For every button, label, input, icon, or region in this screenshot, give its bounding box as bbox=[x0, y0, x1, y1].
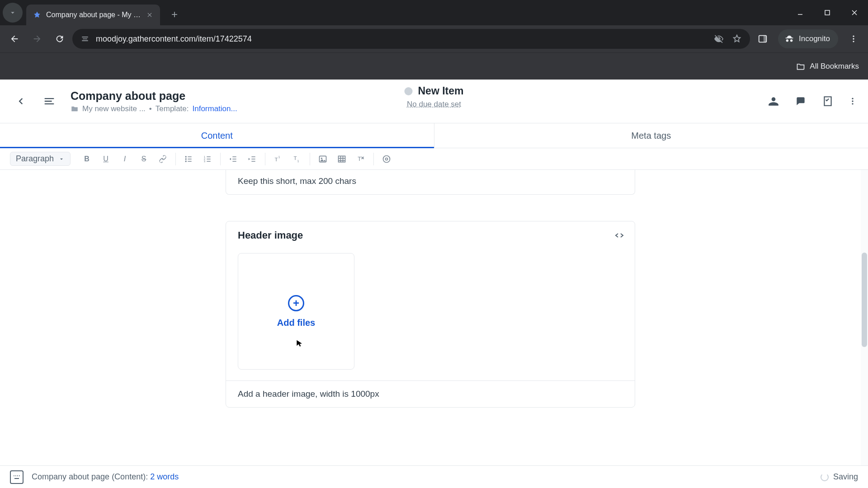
content-scrollbar[interactable] bbox=[861, 170, 868, 465]
svg-point-24 bbox=[386, 158, 388, 160]
svg-rect-2 bbox=[764, 36, 766, 42]
browser-tab-active[interactable]: Company about page - My ne… bbox=[26, 5, 160, 25]
svg-point-8 bbox=[852, 103, 853, 104]
nav-back-button[interactable] bbox=[5, 29, 24, 49]
svg-point-29 bbox=[19, 475, 20, 476]
add-files-dropzone[interactable]: + Add files bbox=[238, 253, 354, 370]
window-close-button[interactable] bbox=[841, 4, 868, 22]
browser-tab-title: Company about page - My ne… bbox=[46, 11, 141, 19]
item-menu-button[interactable] bbox=[847, 94, 858, 109]
svg-point-4 bbox=[853, 38, 854, 39]
all-bookmarks-label: All Bookmarks bbox=[810, 62, 859, 71]
new-tab-button[interactable]: + bbox=[166, 6, 183, 23]
incognito-label: Incognito bbox=[799, 34, 830, 43]
breadcrumb-template-link[interactable]: Information... bbox=[192, 104, 237, 113]
browser-menu-button[interactable] bbox=[844, 29, 863, 49]
paragraph-format-select[interactable]: Paragraph bbox=[10, 152, 71, 166]
incognito-chip[interactable]: Incognito bbox=[778, 29, 838, 48]
cursor-icon bbox=[295, 339, 304, 348]
tab-content[interactable]: Content bbox=[0, 123, 434, 148]
api-code-icon[interactable] bbox=[614, 230, 625, 241]
intro-helper-text-value: Keep this short, max 200 chars bbox=[238, 176, 356, 186]
svg-point-20 bbox=[321, 157, 322, 159]
svg-point-6 bbox=[852, 98, 853, 99]
page-title[interactable]: Company about page bbox=[71, 89, 237, 103]
app-header: Company about page My new website ... • … bbox=[0, 80, 868, 123]
keyboard-icon[interactable] bbox=[10, 470, 24, 484]
saving-spinner-icon bbox=[821, 473, 829, 481]
tab-meta-tags[interactable]: Meta tags bbox=[434, 123, 868, 148]
clear-format-button[interactable]: T bbox=[352, 151, 370, 167]
nav-forward-button[interactable] bbox=[27, 29, 47, 49]
tab-favicon-icon bbox=[33, 10, 42, 19]
outdent-button[interactable] bbox=[224, 151, 242, 167]
window-maximize-button[interactable] bbox=[814, 4, 841, 22]
svg-point-26 bbox=[14, 475, 14, 476]
toolbar-separator bbox=[265, 153, 265, 165]
eye-off-icon[interactable] bbox=[714, 34, 724, 44]
svg-rect-25 bbox=[13, 474, 21, 480]
people-icon[interactable] bbox=[766, 94, 781, 109]
superscript-button[interactable]: T1 bbox=[269, 151, 287, 167]
svg-point-10 bbox=[185, 158, 187, 160]
breadcrumb-sep: • bbox=[149, 104, 152, 113]
due-date-link[interactable]: No due date set bbox=[407, 100, 461, 109]
svg-text:1: 1 bbox=[297, 159, 299, 162]
svg-point-28 bbox=[17, 475, 18, 476]
scrollbar-thumb[interactable] bbox=[862, 253, 867, 347]
header-image-helper-value: Add a header image, width is 1000px bbox=[238, 389, 379, 399]
side-panel-button[interactable] bbox=[753, 29, 773, 49]
svg-point-3 bbox=[853, 36, 854, 37]
address-bar-url: moodjoy.gathercontent.com/item/17422574 bbox=[96, 34, 252, 44]
sidebar-toggle-button[interactable] bbox=[39, 91, 60, 112]
breadcrumb: My new website ... • Template: Informati… bbox=[71, 104, 237, 113]
subscript-button[interactable]: T1 bbox=[288, 151, 306, 167]
svg-text:T: T bbox=[275, 156, 278, 162]
strike-button[interactable]: S bbox=[135, 151, 153, 167]
header-image-helper: Add a header image, width is 1000px bbox=[226, 380, 635, 407]
window-minimize-button[interactable] bbox=[787, 4, 814, 22]
app-back-button[interactable] bbox=[10, 91, 31, 112]
svg-text:T: T bbox=[358, 156, 361, 162]
toolbar-separator bbox=[220, 153, 221, 165]
breadcrumb-template-prefix: Template: bbox=[156, 104, 189, 113]
insert-table-button[interactable] bbox=[333, 151, 351, 167]
underline-button[interactable]: U bbox=[97, 151, 115, 167]
toolbar-separator bbox=[373, 153, 374, 165]
footer-word-count[interactable]: 2 words bbox=[150, 472, 179, 481]
breadcrumb-folder[interactable]: My new website ... bbox=[82, 104, 146, 113]
page-tabs: Content Meta tags bbox=[0, 123, 868, 148]
svg-point-9 bbox=[185, 156, 187, 157]
bookmark-star-icon[interactable] bbox=[732, 34, 742, 44]
svg-text:3: 3 bbox=[204, 160, 205, 162]
status-label: New Item bbox=[418, 85, 464, 97]
mention-button[interactable] bbox=[377, 151, 396, 167]
tab-search-dropdown[interactable] bbox=[3, 3, 23, 23]
toolbar-separator bbox=[310, 153, 310, 165]
site-info-icon[interactable] bbox=[80, 34, 90, 43]
ordered-list-button[interactable]: 123 bbox=[198, 151, 217, 167]
footer-context: Company about page (Content): bbox=[32, 472, 150, 481]
insert-image-button[interactable] bbox=[314, 151, 332, 167]
svg-text:1: 1 bbox=[278, 155, 280, 159]
tasks-icon[interactable] bbox=[820, 94, 835, 109]
editor-toolbar: Paragraph B U I S 123 T1 T1 bbox=[0, 148, 868, 170]
bold-button[interactable]: B bbox=[78, 151, 96, 167]
footer-saving-label: Saving bbox=[833, 472, 858, 482]
workflow-status[interactable]: New Item bbox=[405, 85, 464, 97]
chevron-down-icon bbox=[58, 156, 65, 162]
comments-icon[interactable] bbox=[793, 94, 808, 109]
bullet-list-button[interactable] bbox=[179, 151, 198, 167]
nav-reload-button[interactable] bbox=[50, 29, 70, 49]
tab-meta-label: Meta tags bbox=[631, 131, 671, 141]
all-bookmarks-button[interactable]: All Bookmarks bbox=[796, 62, 859, 71]
italic-button[interactable]: I bbox=[116, 151, 134, 167]
address-bar[interactable]: moodjoy.gathercontent.com/item/17422574 bbox=[72, 29, 750, 49]
close-tab-icon[interactable] bbox=[146, 11, 154, 19]
svg-rect-21 bbox=[339, 156, 345, 162]
indent-button[interactable] bbox=[243, 151, 261, 167]
svg-point-5 bbox=[853, 41, 854, 42]
header-image-field: Header image + Add files Add a h bbox=[226, 221, 635, 408]
link-button[interactable] bbox=[154, 151, 172, 167]
svg-rect-30 bbox=[14, 478, 19, 479]
